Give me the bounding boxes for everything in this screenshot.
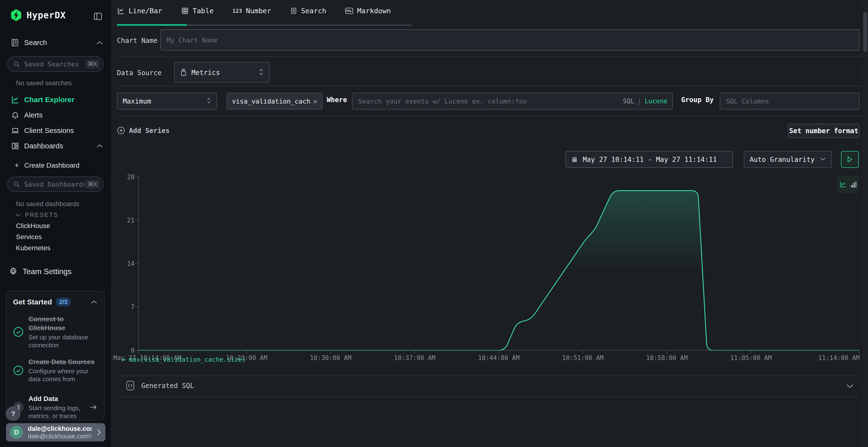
code-icon (125, 380, 135, 391)
team-settings-label: Team Settings (23, 267, 72, 276)
scrollbar-thumb[interactable] (863, 12, 867, 52)
x-tick-label: 11:14:00 AM (818, 354, 860, 362)
hyperdx-app: HyperDX Search ⌘K No saved searches (0, 0, 868, 447)
select-chevrons-icon (258, 68, 264, 77)
saved-searches-shortcut: ⌘K (85, 60, 100, 69)
line-chart-icon (10, 95, 20, 104)
saved-dashboards-input[interactable] (24, 180, 85, 188)
tab-number[interactable]: 123 Number (232, 7, 271, 15)
get-started-chevron-up-icon[interactable] (91, 300, 97, 304)
sidebar-item-dashboards[interactable]: Dashboards (10, 142, 63, 150)
sidebar-item-label: Alerts (24, 111, 43, 119)
legend-series-name: max(visa_validation_cache.size) (129, 356, 246, 363)
gear-icon (9, 267, 18, 276)
x-tickmark (583, 350, 583, 354)
chevron-down-icon (820, 157, 826, 162)
set-number-format-button[interactable]: Set number format (788, 124, 860, 138)
tab-markdown[interactable]: Markdown (345, 7, 391, 15)
chart-legend[interactable]: — max(visa_validation_cache.size) (122, 356, 246, 363)
add-series-button[interactable]: Add Series (117, 127, 170, 135)
query-language-toggle: SQL | Lucene (623, 98, 668, 105)
dashboard-icon (10, 142, 20, 150)
saved-searches-search[interactable]: ⌘K (7, 56, 104, 72)
data-source-value: Metrics (191, 69, 220, 77)
step-subtitle: Set up your database connection (28, 333, 97, 349)
get-started-progress-badge: 2/3 (56, 298, 71, 306)
search-section-chevron-up-icon[interactable] (96, 40, 103, 46)
divider (117, 397, 860, 398)
saved-searches-input[interactable] (24, 60, 85, 68)
granularity-select[interactable]: Auto Granularity (744, 151, 832, 168)
get-started-step-2[interactable]: Create Data Sources Configure where your… (13, 357, 97, 383)
metric-tag[interactable]: visa_validation_cach ✕ (227, 93, 322, 110)
get-started-card: Get Started 2/3 Connect to ClickHouse Se… (6, 291, 105, 420)
y-tickmark (135, 307, 138, 307)
user-team: dale@clickhouse.com's (28, 433, 91, 440)
tab-table[interactable]: Table (181, 7, 214, 15)
generated-sql-header[interactable]: Generated SQL (125, 380, 194, 391)
x-tick-label: 11:05:00 AM (730, 354, 772, 362)
app-logo[interactable]: HyperDX (10, 9, 66, 21)
user-menu[interactable]: D dale@clickhouse.com dale@clickhouse.co… (6, 423, 105, 442)
data-source-select[interactable]: Metrics (174, 62, 270, 83)
sidebar-item-alerts[interactable]: Alerts (10, 111, 43, 119)
saved-dashboards-search[interactable]: ⌘K (7, 176, 104, 192)
chevron-down-icon (15, 213, 21, 217)
sidebar-item-team-settings[interactable]: Team Settings (9, 267, 72, 276)
dashboards-chevron-up-icon[interactable] (96, 143, 103, 149)
active-tab-underline (117, 24, 187, 26)
preset-item-kubernetes[interactable]: Kubernetes (16, 244, 51, 252)
sidebar-collapse-icon[interactable] (93, 11, 103, 22)
generated-sql-chevron-down-icon[interactable] (846, 383, 854, 390)
run-query-button[interactable] (841, 151, 859, 168)
search-section-icon (10, 38, 19, 47)
presets-group[interactable]: PRESETS (15, 211, 58, 218)
date-range-value: May 27 10:14:11 - May 27 11:14:11 (583, 156, 717, 164)
help-button[interactable]: ? (6, 407, 20, 421)
search-section-label: Search (24, 38, 47, 47)
date-range-picker[interactable]: May 27 10:14:11 - May 27 11:14:11 (565, 151, 733, 168)
create-dashboard-button[interactable]: + Create Dashboard (14, 161, 80, 170)
database-icon (180, 69, 187, 76)
lucene-toggle[interactable]: Lucene (645, 98, 668, 105)
x-tickmark (859, 350, 859, 354)
x-tick-label: 10:37:00 AM (394, 354, 435, 362)
hyperdx-logo-icon (10, 9, 22, 21)
group-by-field[interactable] (720, 93, 860, 110)
sidebar-section-search[interactable]: Search (10, 38, 47, 47)
check-circle-icon (13, 365, 24, 376)
where-input[interactable] (352, 98, 623, 105)
x-tickmark (667, 350, 667, 354)
no-saved-searches-text: No saved searches (16, 79, 72, 87)
remove-metric-icon[interactable]: ✕ (313, 97, 317, 105)
line-chart-plot[interactable] (138, 175, 859, 350)
sql-toggle[interactable]: SQL (623, 98, 634, 105)
tab-label: Search (301, 7, 327, 15)
divider (117, 56, 863, 57)
group-by-label: Group By (681, 96, 714, 104)
divider (117, 376, 860, 376)
aggregation-value: Maximum (123, 97, 151, 105)
preset-item-services[interactable]: Services (16, 233, 42, 241)
sidebar-item-chart-explorer[interactable]: Chart Explorer (10, 95, 74, 104)
get-started-step-3[interactable]: 3 Add Data Start sending logs, metrics, … (13, 394, 97, 420)
tab-line-bar[interactable]: Line/Bar (117, 7, 162, 15)
user-email: dale@clickhouse.com (28, 425, 91, 433)
play-icon (847, 156, 853, 163)
preset-item-clickhouse[interactable]: ClickHouse (16, 222, 50, 230)
sidebar: HyperDX Search ⌘K No saved searches (0, 0, 111, 447)
group-by-input[interactable] (720, 98, 859, 105)
line-chart-icon (117, 7, 125, 15)
tab-search[interactable]: Search (290, 7, 327, 15)
chart-name-field[interactable] (160, 29, 860, 50)
laptop-icon (10, 126, 20, 135)
tab-label: Table (193, 7, 214, 15)
where-field[interactable]: SQL | Lucene (352, 93, 673, 110)
scrollbar-track[interactable] (863, 0, 868, 447)
sidebar-item-client-sessions[interactable]: Client Sessions (10, 126, 74, 135)
get-started-step-1[interactable]: Connect to ClickHouse Set up your databa… (13, 314, 97, 349)
tab-label: Number (246, 7, 271, 15)
get-started-header[interactable]: Get Started 2/3 (13, 298, 97, 306)
chart-name-input[interactable] (161, 36, 859, 44)
aggregation-select[interactable]: Maximum (117, 93, 217, 110)
